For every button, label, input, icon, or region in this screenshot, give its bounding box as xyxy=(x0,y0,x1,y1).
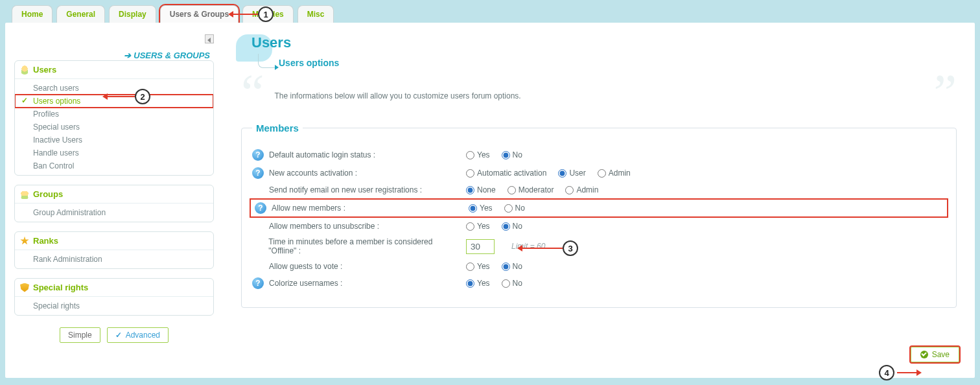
members-fieldset: Members ?Default automatic login status … xyxy=(241,122,957,308)
sidebar-item-special-rights[interactable]: Special rights xyxy=(15,299,213,312)
panel-special-title: Special rights xyxy=(33,283,88,292)
help-icon[interactable]: ? xyxy=(252,277,264,289)
guest-vote-no[interactable]: No xyxy=(502,262,522,271)
row-notify: Send notify email on new user registrati… xyxy=(252,185,946,194)
sidebar-item-special-users[interactable]: Special users xyxy=(15,121,213,134)
panel-special-rights: Special rights Special rights xyxy=(14,278,214,316)
breadcrumb: ➔USERS & GROUPS xyxy=(14,47,214,60)
unsubscribe-yes[interactable]: Yes xyxy=(466,222,490,231)
callout-4: 4 xyxy=(879,365,894,380)
auto-login-yes[interactable]: Yes xyxy=(466,150,490,159)
main-content: Users Users options “ The informations b… xyxy=(223,23,975,378)
allow-new-label: Allow new members : xyxy=(272,204,345,213)
collapse-icon[interactable] xyxy=(205,34,214,43)
auto-login-no[interactable]: No xyxy=(502,150,522,159)
sidebar: ➔USERS & GROUPS Users Search users Users… xyxy=(5,23,223,378)
auto-login-label: Default automatic login status : xyxy=(269,150,375,159)
panel-ranks: Ranks Rank Administration xyxy=(14,231,214,269)
row-new-accounts: ?New accounts activation : Automatic act… xyxy=(252,167,946,179)
page-title: Users xyxy=(241,34,957,51)
notify-none[interactable]: None xyxy=(466,185,496,194)
sidebar-item-rank-admin[interactable]: Rank Administration xyxy=(15,253,213,266)
subtitle-arrow-icon xyxy=(258,54,275,68)
help-icon[interactable]: ? xyxy=(252,149,264,161)
tab-misc[interactable]: Misc xyxy=(298,5,334,23)
sidebar-item-group-admin[interactable]: Group Administration xyxy=(15,206,213,219)
unsubscribe-label: Allow members to unsubscribe : xyxy=(269,222,379,231)
user-icon xyxy=(20,65,29,75)
page-subtitle: Users options xyxy=(279,58,339,68)
notify-moderator[interactable]: Moderator xyxy=(508,185,554,194)
quote-right-icon: ” xyxy=(933,80,957,106)
help-icon[interactable]: ? xyxy=(255,202,266,214)
tab-users-groups[interactable]: Users & Groups xyxy=(160,5,239,23)
row-offline-time: Time in minutes before a member is consi… xyxy=(252,237,946,255)
offline-minutes-input[interactable] xyxy=(466,239,495,254)
offline-label: Time in minutes before a member is consi… xyxy=(268,237,460,255)
sidebar-item-ban-control[interactable]: Ban Control xyxy=(15,159,213,172)
shield-icon xyxy=(20,283,29,292)
allow-new-no[interactable]: No xyxy=(504,204,525,213)
allow-new-yes[interactable]: Yes xyxy=(469,204,493,213)
new-acct-user[interactable]: User xyxy=(558,169,585,178)
tab-modules[interactable]: Modules xyxy=(242,5,294,23)
mode-advanced-button[interactable]: ✓Advanced xyxy=(107,327,169,343)
save-button[interactable]: Save xyxy=(911,347,959,362)
panel-users-title: Users xyxy=(33,65,56,75)
new-acct-label: New accounts activation : xyxy=(269,169,357,178)
sidebar-item-profiles[interactable]: Profiles xyxy=(15,108,213,121)
sidebar-item-users-options[interactable]: Users options xyxy=(15,95,213,108)
top-tabs: Home General Display Users & Groups Modu… xyxy=(0,0,980,23)
row-auto-login: ?Default automatic login status : Yes No xyxy=(252,149,946,161)
ok-icon xyxy=(920,351,928,358)
new-acct-auto[interactable]: Automatic activation xyxy=(466,169,546,178)
intro-text: The informations below will allow you to… xyxy=(275,80,521,100)
rank-icon xyxy=(20,237,29,246)
mode-simple-button[interactable]: Simple xyxy=(60,327,100,343)
panel-ranks-title: Ranks xyxy=(33,236,58,246)
row-guest-vote: Allow guests to vote : Yes No xyxy=(252,262,946,271)
members-legend: Members xyxy=(252,122,303,134)
colorize-no[interactable]: No xyxy=(502,279,522,288)
row-unsubscribe: Allow members to unsubscribe : Yes No xyxy=(252,222,946,231)
notify-admin[interactable]: Admin xyxy=(565,185,598,194)
colorize-label: Colorize usernames : xyxy=(269,279,342,288)
sidebar-item-inactive-users[interactable]: Inactive Users xyxy=(15,134,213,146)
guest-vote-yes[interactable]: Yes xyxy=(466,262,490,271)
colorize-yes[interactable]: Yes xyxy=(466,279,490,288)
group-icon xyxy=(20,190,29,199)
tab-home[interactable]: Home xyxy=(12,5,52,23)
help-icon[interactable]: ? xyxy=(252,167,264,179)
row-colorize: ?Colorize usernames : Yes No xyxy=(252,277,946,289)
unsubscribe-no[interactable]: No xyxy=(502,222,522,231)
new-acct-admin[interactable]: Admin xyxy=(598,169,631,178)
sidebar-item-search-users[interactable]: Search users xyxy=(15,82,213,95)
quote-left-icon: “ xyxy=(241,80,264,106)
panel-groups-title: Groups xyxy=(33,189,63,199)
row-allow-new: ?Allow new members : Yes No xyxy=(252,201,946,215)
panel-groups: Groups Group Administration xyxy=(14,185,214,222)
notify-label: Send notify email on new user registrati… xyxy=(269,185,422,194)
tab-display[interactable]: Display xyxy=(109,5,156,23)
tab-general[interactable]: General xyxy=(56,5,105,23)
sidebar-item-handle-users[interactable]: Handle users xyxy=(15,146,213,159)
guest-vote-label: Allow guests to vote : xyxy=(269,262,342,271)
offline-limit-text: Limit = 60 xyxy=(511,242,545,251)
check-icon: ✓ xyxy=(115,331,122,340)
panel-users: Users Search users Users options Profile… xyxy=(14,60,214,176)
